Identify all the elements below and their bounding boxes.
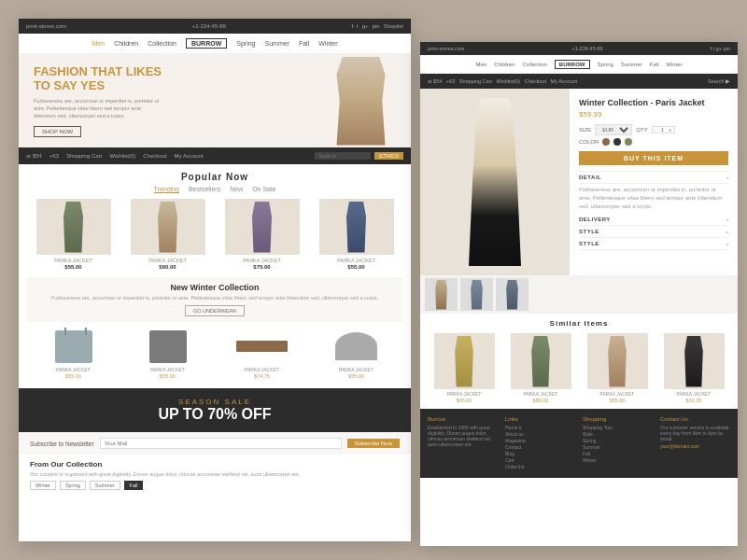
color-swatch-brown[interactable]: [602, 138, 610, 146]
color-swatch-black[interactable]: [613, 138, 621, 146]
footer-shopping-winter[interactable]: Winter: [583, 457, 653, 463]
tag-summer[interactable]: Summer: [90, 481, 120, 490]
google-icon[interactable]: g+: [362, 23, 369, 29]
nav-men[interactable]: Men: [92, 40, 106, 47]
size-label: SIZE: [579, 127, 591, 133]
thumb-2[interactable]: [460, 278, 493, 311]
new-winter-title: New Winter Collection: [32, 283, 398, 292]
acc-price-2: $55.00: [140, 373, 196, 379]
tab-bestsellers[interactable]: Bestsellers: [189, 186, 220, 193]
footer-link-about[interactable]: About us: [505, 431, 575, 437]
similar-label-1: PARKA JACKET: [434, 391, 495, 397]
tab-new[interactable]: New: [230, 186, 243, 193]
similar-item-4[interactable]: PARKA JACKET $31.25: [664, 333, 725, 403]
similar-image-1: [434, 333, 495, 389]
tag-winter[interactable]: Winter: [30, 481, 56, 490]
footer-link-magazine[interactable]: Magazine: [505, 438, 575, 443]
tag-spring[interactable]: Spring: [60, 481, 86, 490]
new-winter-cta[interactable]: GO UNDERWEAR: [185, 305, 245, 316]
hero-text: FASHION THAT LIKES TO SAY YES Fudiousnes…: [34, 64, 331, 138]
footer-link-cart[interactable]: Cart: [505, 457, 575, 463]
footer-link-home[interactable]: Home it: [505, 425, 575, 430]
acc-item-3[interactable]: PARKA JACKET $74.75: [234, 328, 290, 379]
nav-summer[interactable]: Summer: [265, 40, 289, 47]
right-nav-men[interactable]: Men: [475, 62, 486, 67]
product-item-3[interactable]: PARKA JACKET $75.00: [225, 199, 300, 270]
nav-children[interactable]: Children: [114, 40, 138, 47]
new-winter-subtitle: Fudiousness are, accumsan ut imperdiet i…: [32, 295, 398, 301]
wishlist-link[interactable]: Wishlist(0): [109, 153, 135, 159]
right-nav-collection[interactable]: Collection: [522, 62, 546, 67]
footer-shopping-tips[interactable]: Shopping Tips: [583, 425, 653, 430]
shoplist-link[interactable]: Shoplist: [384, 23, 403, 29]
acc-item-4[interactable]: PARKA JACKET $55.00: [329, 328, 385, 379]
page-right: print-stores.com +1-234-45-89 f t g+ pin…: [420, 42, 738, 546]
delivery-chevron-icon: ›: [726, 217, 728, 222]
acc-item-2[interactable]: PARKA JACKET $55.00: [140, 328, 196, 379]
product-item-2[interactable]: PARKA JACKET $60.00: [131, 199, 205, 270]
product-price-1: $55.00: [36, 264, 111, 270]
thumb-3[interactable]: [496, 278, 529, 311]
acc-label-3: PARKA JACKET: [234, 367, 290, 372]
similar-item-2[interactable]: PARKA JACKET $80.00: [511, 333, 571, 403]
size-select[interactable]: EUR: [595, 124, 632, 135]
footer-link-contact[interactable]: Contact: [505, 444, 575, 450]
size-option-row: SIZE EUR QTY - 1 +: [579, 124, 728, 135]
detail-accordion-item[interactable]: DETAIL ›: [579, 172, 728, 184]
right-nav: Men Children Collection BURROW Spring Su…: [420, 55, 738, 74]
product-price: $59.99: [579, 110, 728, 119]
hero-section: FASHION THAT LIKES TO SAY YES Fudiousnes…: [19, 54, 411, 147]
tag-fall[interactable]: Fall: [124, 481, 144, 490]
newsletter-input[interactable]: [100, 438, 342, 449]
right-nav-fall[interactable]: Fall: [650, 62, 659, 67]
checkout-link[interactable]: Checkout: [143, 153, 166, 159]
search-button[interactable]: ETHGS: [374, 152, 403, 160]
right-nav-winter[interactable]: Winter: [666, 62, 682, 67]
nav-winter[interactable]: Winter: [318, 40, 337, 47]
style-accordion-item[interactable]: STYLE ›: [579, 226, 728, 238]
facebook-icon[interactable]: f: [351, 23, 353, 29]
footer-shopping-summer[interactable]: Summer: [583, 444, 653, 450]
footer-contact-title: Contact Us: [660, 416, 730, 422]
newsletter-subscribe-button[interactable]: Subscribe Now: [347, 439, 400, 448]
my-account-link[interactable]: My Account: [175, 153, 204, 159]
style2-accordion-item[interactable]: STYLE ›: [579, 238, 728, 250]
tab-on-sale[interactable]: On Sale: [252, 186, 275, 193]
right-nav-summer[interactable]: Summer: [621, 62, 642, 67]
product-item-4[interactable]: PARKA JACKET $55.00: [319, 199, 394, 270]
product-title: Winter Collection - Paris Jacket: [579, 98, 728, 107]
color-swatch-olive[interactable]: [625, 138, 632, 146]
footer-link-orders[interactable]: Order list: [505, 464, 575, 469]
search-input[interactable]: [315, 152, 371, 160]
hero-cta-button[interactable]: SHOP NOW: [34, 126, 81, 137]
right-nav-children[interactable]: Children: [494, 62, 514, 67]
brand-logo[interactable]: BURROW: [186, 38, 227, 49]
buy-button[interactable]: BUY THIS ITEM: [579, 151, 728, 165]
acc-price-3: $74.75: [234, 373, 290, 379]
product-main-image: [420, 89, 570, 275]
shopping-cart-link[interactable]: Shopping Cart: [66, 153, 102, 159]
right-brand-logo[interactable]: BURROW: [555, 60, 590, 69]
twitter-icon[interactable]: t: [357, 23, 359, 29]
pinterest-icon[interactable]: pin: [373, 23, 380, 29]
similar-item-1[interactable]: PARKA JACKET $65.00: [434, 333, 495, 403]
product-item-1[interactable]: PARKA JACKET $55.00: [36, 199, 111, 270]
footer-shopping-style[interactable]: Style: [583, 431, 653, 437]
footer-shopping-fall[interactable]: Fall: [583, 451, 653, 456]
color-option-row: COLOR: [579, 138, 728, 146]
acc-item-1[interactable]: PARKA JACKET $55.00: [46, 328, 102, 379]
nav-spring[interactable]: Spring: [236, 40, 255, 47]
similar-item-3[interactable]: PARKA JACKET $55.00: [587, 333, 648, 403]
footer-link-blog[interactable]: Blog: [505, 451, 575, 456]
thumb-1[interactable]: [425, 278, 458, 311]
nav-fall[interactable]: Fall: [299, 40, 309, 47]
sale-label: SEASON SALE: [28, 398, 402, 406]
similar-section: Similar Items PARKA JACKET $65.00 PARKA …: [420, 314, 738, 409]
hero-title-line2: TO SAY YES: [34, 78, 331, 93]
tab-trending[interactable]: Trending: [154, 186, 179, 193]
right-nav-spring[interactable]: Spring: [598, 62, 613, 67]
qty-increase-button[interactable]: +: [667, 127, 674, 133]
nav-collection[interactable]: Collection: [148, 40, 176, 47]
footer-shopping-spring[interactable]: Spring: [583, 438, 653, 443]
delivery-accordion-item[interactable]: DELIVERY ›: [579, 214, 728, 226]
